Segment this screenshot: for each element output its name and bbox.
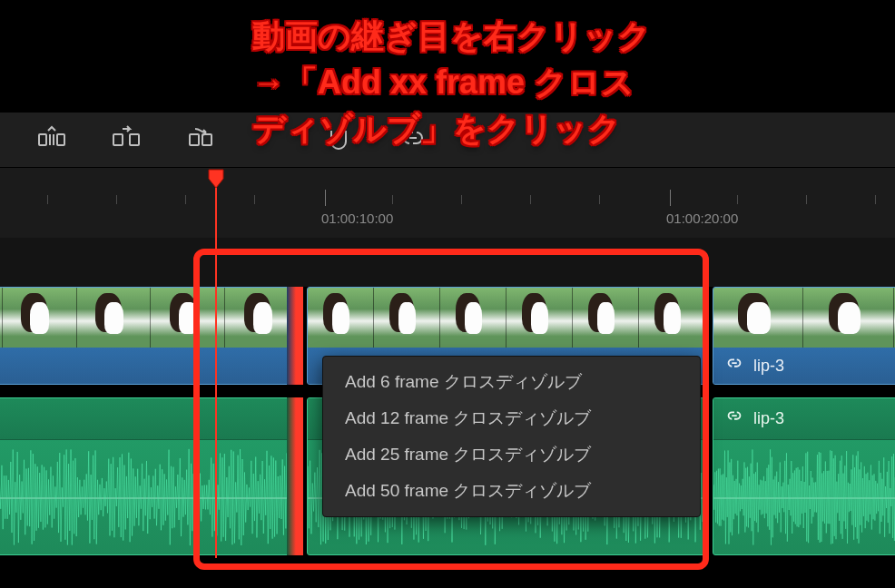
svg-rect-1 <box>57 134 64 145</box>
ruler-tick-minor <box>599 195 600 204</box>
thumbnail <box>77 288 152 348</box>
svg-rect-5 <box>202 134 211 145</box>
linked-selection-icon[interactable] <box>394 121 432 159</box>
timeline-ruler[interactable]: 01:00:10:0001:00:20:00 <box>0 168 895 238</box>
playhead-line[interactable] <box>215 177 217 558</box>
ruler-tick-minor <box>461 195 462 204</box>
video-transition-edge[interactable] <box>287 287 303 385</box>
ruler-tick-minor <box>875 195 876 204</box>
thumbnail <box>573 288 639 348</box>
snap-magnet-icon[interactable] <box>320 121 358 159</box>
audio-waveform <box>0 440 300 554</box>
thumbnail <box>507 288 573 348</box>
svg-rect-4 <box>190 134 199 145</box>
annotation-line2: →「Add xx frame クロス <box>252 64 634 101</box>
insert-clip-icon[interactable] <box>33 121 71 159</box>
track-gap <box>0 238 895 287</box>
context-menu: Add 6 frame クロスディゾルブAdd 12 frame クロスディゾル… <box>322 356 701 517</box>
ruler-tick-minor <box>530 195 531 204</box>
ruler-tick-minor <box>116 195 117 204</box>
thumbnail <box>308 288 374 348</box>
clip-thumbnails <box>308 288 705 348</box>
ruler-tick-major <box>325 190 326 206</box>
ruler-tick-major <box>670 190 671 206</box>
overwrite-clip-icon[interactable] <box>107 121 145 159</box>
context-menu-item[interactable]: Add 6 frame クロスディゾルブ <box>323 364 700 400</box>
clip-label-bar: lip-3 <box>713 398 895 440</box>
audio-transition-edge[interactable] <box>287 397 303 555</box>
clip-link-icon <box>724 354 744 378</box>
video-clip-1[interactable]: mp4 <box>0 287 300 385</box>
annotation-line1: 動画の継ぎ目を右クリック <box>252 17 651 54</box>
thumbnail <box>713 288 803 348</box>
thumbnail <box>639 288 705 348</box>
svg-rect-0 <box>39 134 46 145</box>
video-clip-3[interactable]: lip-3 <box>713 287 895 385</box>
thumbnail <box>374 288 440 348</box>
audio-clip-1[interactable]: mp4 <box>0 397 300 555</box>
ruler-tick-minor <box>806 195 807 204</box>
thumbnail <box>3 288 77 348</box>
clip-label-bar: lip-3 <box>713 348 895 384</box>
clip-thumbnails <box>0 288 300 348</box>
ruler-timecode: 01:00:20:00 <box>666 211 738 226</box>
ruler-tick-minor <box>254 195 255 204</box>
thumbnail <box>803 288 893 348</box>
clip-label-bar: mp4 <box>0 348 300 384</box>
clip-filename: lip-3 <box>753 357 784 376</box>
context-menu-item[interactable]: Add 50 frame クロスディゾルブ <box>323 473 700 509</box>
ruler-timecode: 01:00:10:00 <box>321 211 393 226</box>
svg-rect-3 <box>130 134 139 145</box>
ruler-tick-minor <box>47 195 48 204</box>
context-menu-item[interactable]: Add 12 frame クロスディゾルブ <box>323 400 700 436</box>
context-menu-item[interactable]: Add 25 frame クロスディゾルブ <box>323 436 700 473</box>
thumbnail <box>440 288 507 348</box>
ruler-tick-minor <box>392 195 393 204</box>
ruler-tick-minor <box>185 195 186 204</box>
clip-link-icon <box>724 407 744 431</box>
timeline-toolbar <box>0 112 895 168</box>
audio-clip-3[interactable]: lip-3 <box>713 397 895 555</box>
replace-clip-icon[interactable] <box>182 121 220 159</box>
thumbnail <box>151 288 225 348</box>
svg-rect-2 <box>113 134 123 145</box>
audio-waveform <box>713 440 895 554</box>
ruler-tick-minor <box>737 195 738 204</box>
clip-thumbnails <box>713 288 895 348</box>
clip-filename: lip-3 <box>753 409 784 428</box>
clip-label-bar: mp4 <box>0 398 300 440</box>
playhead-handle[interactable] <box>205 168 227 190</box>
